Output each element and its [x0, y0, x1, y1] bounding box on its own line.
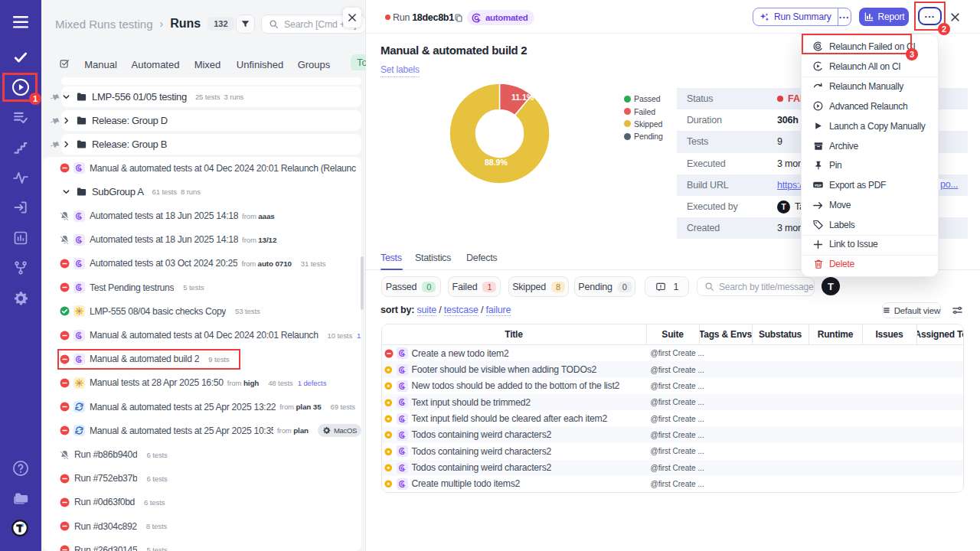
svg-text:PDF: PDF — [815, 184, 822, 187]
svg-text:88.9%: 88.9% — [485, 158, 508, 167]
svg-text:11.1%: 11.1% — [511, 93, 534, 102]
